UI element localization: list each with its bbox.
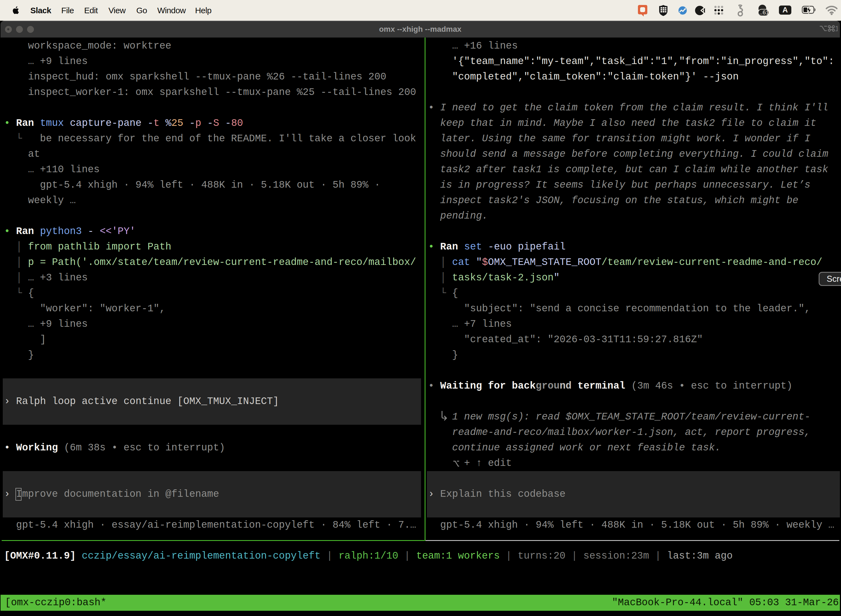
svg-text:..61: ..61 [759, 9, 769, 15]
svg-text:1: 1 [835, 25, 838, 32]
